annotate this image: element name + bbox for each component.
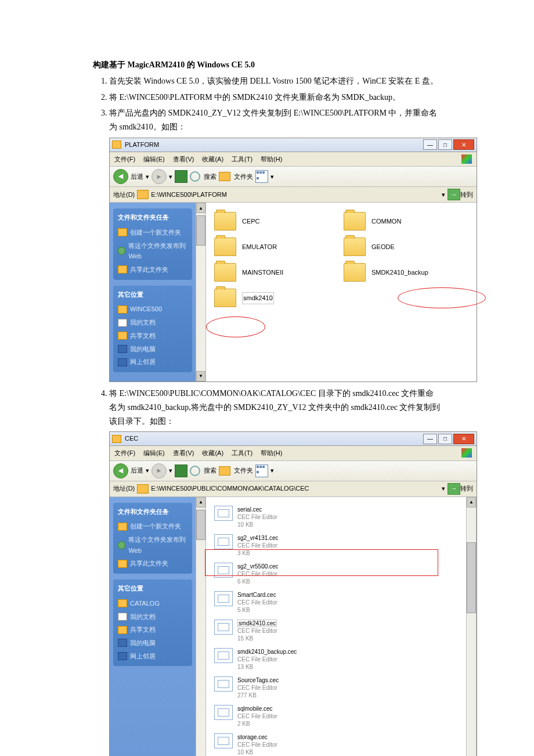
views-button[interactable] [255,170,268,183]
file-item[interactable]: storage.cecCEC File Editor10 KB [212,730,341,756]
forward-button[interactable]: ► [151,463,167,478]
loc-computer[interactable]: 我的电脑 [118,636,187,650]
menu-file[interactable]: 文件(F) [114,154,135,165]
folder-icon [137,484,149,494]
file-item[interactable]: sqlmobile.cecCEC File Editor2 KB [212,702,341,730]
file-size: 15 KB [237,635,277,642]
file-name: serial.cec [237,506,277,513]
task-new-folder[interactable]: 创建一个新文件夹 [118,520,187,533]
menu-tools[interactable]: 工具(T) [232,448,252,459]
share-icon [118,265,127,273]
network-icon [118,358,127,366]
folder-item[interactable]: MAINSTONEII [212,260,341,285]
back-button[interactable]: ◄ [113,169,128,184]
step-2: 将 E:\WINCE500\PLATFORM 中的 SMDK2410 文件夹重新… [109,91,441,105]
scrollbar-right[interactable]: ▲▼ [466,497,477,756]
menu-fav[interactable]: 收藏(A) [202,154,223,165]
file-item[interactable]: smdk2410.cecCEC File Editor15 KB [212,617,341,645]
computer-icon [118,345,127,353]
loc-network[interactable]: 网上邻居 [118,650,187,663]
folder-item[interactable]: SMDK2410_backup [341,260,471,285]
titlebar[interactable]: CEC — □ ✕ [110,432,477,446]
folder-item[interactable]: COMMON [341,208,471,234]
task-publish[interactable]: 将这个文件夹发布到 Web [118,533,187,557]
file-name: SmartCard.cec [237,591,277,599]
address-field[interactable]: E:\WINCE500\PUBLIC\COMMON\OAK\CATALOG\CE… [137,483,442,494]
loc-catalog[interactable]: CATALOG [118,597,187,610]
file-item[interactable]: smdk2410_backup.cecCEC File Editor13 KB [212,645,341,674]
close-button[interactable]: ✕ [453,434,474,444]
file-name: storage.cec [237,733,277,741]
loc-docs[interactable]: 我的文档 [118,316,187,329]
task-new-folder[interactable]: 创建一个新文件夹 [118,226,187,239]
loc-shared[interactable]: 共享文档 [118,329,187,343]
folder-item[interactable]: EMULATOR [212,234,341,260]
up-button[interactable] [175,170,187,183]
address-field[interactable]: E:\WINCE500\PLATFORM [137,189,442,200]
folder-item[interactable]: smdk2410 [212,285,341,311]
file-size: 13 KB [237,663,297,671]
loc-wince500[interactable]: WINCE500 [118,303,187,316]
menu-edit[interactable]: 编辑(E) [143,154,165,165]
menu-edit[interactable]: 编辑(E) [143,448,165,459]
step-3: 将产品光盘内的 SMDK2410_ZY_V12 文件夹复制到 E:\WINCE5… [109,106,441,134]
titlebar[interactable]: PLATFORM — □ ✕ [110,138,477,152]
back-button[interactable]: ◄ [113,463,128,478]
other-header: 其它位置 [118,289,187,300]
forward-button[interactable]: ► [151,169,167,184]
folder-icon [344,237,366,256]
publish-icon [118,541,125,549]
folders-icon[interactable] [219,466,230,476]
back-label: 后退 [131,171,143,182]
back-label: 后退 [131,465,143,476]
tasks-header: 文件和文件夹任务 [118,506,187,517]
task-share[interactable]: 共享此文件夹 [118,263,187,276]
menu-view[interactable]: 查看(V) [173,448,194,459]
maximize-button[interactable]: □ [438,434,452,444]
file-name: SourceTags.cec [237,676,279,684]
loc-docs[interactable]: 我的文档 [118,610,187,624]
menu-view[interactable]: 查看(V) [173,154,194,165]
menu-tools[interactable]: 工具(T) [232,154,252,165]
go-label: 转到 [460,189,473,200]
scrollbar[interactable]: ▲▼ [196,497,206,756]
file-content: serial.cecCEC File Editor10 KBsg2_vr4131… [206,497,466,756]
menu-file[interactable]: 文件(F) [114,448,135,459]
step-list: 首先安装 Windows CE 5.0，该实验使用 DELL Vostro 15… [93,74,441,756]
folder-item[interactable]: GEODE [341,234,471,260]
menu-fav[interactable]: 收藏(A) [202,448,223,459]
file-name: sg2_vr4131.cec [237,534,279,542]
file-item[interactable]: SmartCard.cecCEC File Editor5 KB [212,588,341,617]
go-button[interactable]: → [448,483,460,495]
computer-icon [118,639,127,647]
search-icon[interactable] [190,466,200,476]
views-button[interactable] [255,465,268,477]
file-size: 5 KB [237,606,277,614]
minimize-button[interactable]: — [423,139,437,150]
loc-computer[interactable]: 我的电脑 [118,343,187,356]
loc-shared[interactable]: 共享文档 [118,623,187,636]
minimize-button[interactable]: — [423,434,437,444]
scrollbar[interactable]: ▲▼ [196,203,206,381]
folder-item[interactable]: CEPC [212,208,341,234]
task-share[interactable]: 共享此文件夹 [118,557,187,570]
search-icon[interactable] [190,171,200,182]
folder-icon [344,263,366,282]
loc-network[interactable]: 网上邻居 [118,355,187,369]
folder-icon [112,435,121,443]
maximize-button[interactable]: □ [438,139,452,150]
file-name: smdk2410_backup.cec [237,648,297,656]
file-size: 2 KB [237,720,277,728]
menu-help[interactable]: 帮助(H) [261,448,282,459]
go-button[interactable]: → [448,189,460,200]
task-publish[interactable]: 将这个文件夹发布到 Web [118,239,187,263]
file-item[interactable]: serial.cecCEC File Editor10 KB [212,503,341,531]
file-item[interactable]: SourceTags.cecCEC File Editor277 KB [212,674,341,702]
close-button[interactable]: ✕ [453,139,474,150]
network-icon [118,652,127,660]
file-type: CEC File Editor [237,741,277,748]
folders-icon[interactable] [219,172,230,181]
up-button[interactable] [175,465,187,477]
menu-help[interactable]: 帮助(H) [261,154,282,165]
folder-icon [137,190,149,199]
